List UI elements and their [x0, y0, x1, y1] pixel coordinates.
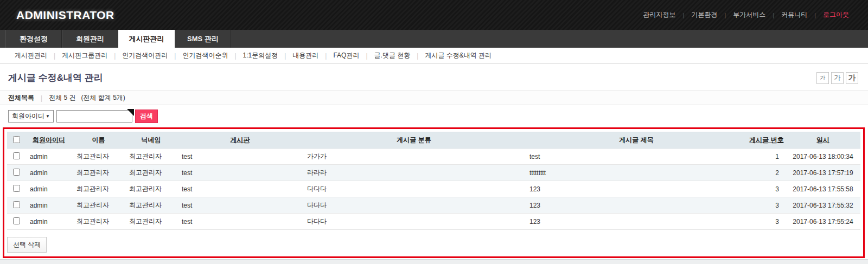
cell-nickname: 최고관리자 — [125, 165, 177, 181]
cell-post-number: 3 — [748, 181, 786, 197]
search-field-select[interactable]: 회원아이디 ▼ — [8, 110, 54, 123]
top-link-basic-env[interactable]: 기본환경 — [684, 10, 724, 20]
delete-selected-button[interactable]: 선택 삭제 — [7, 237, 47, 253]
select-all-checkbox[interactable] — [13, 136, 20, 143]
row-checkbox[interactable] — [13, 185, 20, 192]
header-nickname: 닉네임 — [125, 132, 177, 149]
row-checkbox[interactable] — [13, 201, 20, 208]
header-post-number[interactable]: 게시글 번호 — [748, 132, 786, 149]
top-link-addon-service[interactable]: 부가서비스 — [726, 10, 773, 20]
page-title: 게시글 수정&내역 관리 — [8, 72, 103, 84]
tab-sms-mgmt[interactable]: SMS 관리 — [175, 30, 231, 48]
top-link-admin-info[interactable]: 관리자정보 — [636, 10, 683, 20]
cell-board: test — [177, 197, 303, 214]
summary-count: 전체 5 건 — [49, 93, 75, 102]
top-links: 관리자정보 | 기본환경 | 부가서비스 | 커뮤니티 | 로그아웃 — [636, 10, 856, 20]
tab-env-settings[interactable]: 환경설정 — [5, 30, 62, 48]
cell-name: 최고관리자 — [72, 149, 125, 165]
submenu-popular-keyword-mgmt[interactable]: 인기검색어관리 — [116, 51, 174, 60]
cell-board: test — [177, 165, 303, 181]
submenu-post-comment-status[interactable]: 글.댓글 현황 — [368, 51, 417, 60]
search-input-wrap — [56, 110, 132, 123]
cell-post-title: 123 — [525, 214, 748, 230]
header-datetime[interactable]: 일시 — [786, 132, 860, 149]
top-link-community[interactable]: 커뮤니티 — [774, 10, 814, 20]
cell-post-category: 다다다 — [303, 214, 525, 230]
cell-datetime: 2017-06-13 17:57:19 — [786, 165, 860, 181]
chevron-down-icon: ▼ — [46, 114, 50, 119]
submenu-post-edit-history-mgmt[interactable]: 게시글 수정&내역 관리 — [418, 51, 498, 60]
submenu-popular-keyword-rank[interactable]: 인기검색어순위 — [176, 51, 234, 60]
divider: | — [34, 94, 49, 102]
table-row: admin 최고관리자 최고관리자 test 다다다 123 3 2017-06… — [7, 181, 860, 197]
cell-name: 최고관리자 — [72, 165, 125, 181]
table-header-row: 회원아이디 이름 닉네임 게시판 게시글 분류 게시글 제목 게시글 번호 일시 — [7, 132, 860, 149]
search-field-select-value: 회원아이디 — [12, 112, 44, 121]
font-size-medium-button[interactable]: 가 — [831, 72, 844, 84]
tab-member-mgmt[interactable]: 회원관리 — [62, 30, 118, 48]
cell-post-number: 1 — [748, 149, 786, 165]
search-button[interactable]: 검색 — [135, 110, 158, 123]
header-post-category: 게시글 분류 — [303, 132, 525, 149]
row-checkbox[interactable] — [13, 152, 20, 159]
font-size-large-button[interactable]: 가 — [846, 72, 858, 84]
submenu-board-group-mgmt[interactable]: 게시판그룹관리 — [55, 51, 114, 60]
table-row: admin 최고관리자 최고관리자 test 라라라 ttttttttt 2 2… — [7, 165, 860, 181]
posts-table: 회원아이디 이름 닉네임 게시판 게시글 분류 게시글 제목 게시글 번호 일시… — [7, 132, 860, 230]
footer-strip — [0, 259, 868, 264]
cell-post-title: 123 — [525, 197, 748, 214]
cell-member-id: admin — [25, 181, 72, 197]
cell-datetime: 2017-06-13 17:55:32 — [786, 197, 860, 214]
cell-member-id: admin — [25, 197, 72, 214]
cell-name: 최고관리자 — [72, 197, 125, 214]
submenu-inquiry-settings[interactable]: 1:1문의설정 — [237, 51, 285, 60]
sub-menu: 게시판관리 | 게시판그룹관리 | 인기검색어관리 | 인기검색어순위 | 1:… — [0, 48, 868, 64]
tab-board-mgmt[interactable]: 게시판관리 — [118, 30, 175, 48]
submenu-board-mgmt[interactable]: 게시판관리 — [8, 51, 54, 60]
header-name: 이름 — [72, 132, 125, 149]
table-row: admin 최고관리자 최고관리자 test 다다다 123 3 2017-06… — [7, 214, 860, 230]
top-link-logout[interactable]: 로그아웃 — [816, 10, 856, 20]
header-member-id[interactable]: 회원아이디 — [25, 132, 72, 149]
summary-label: 전체목록 — [8, 93, 34, 102]
cell-post-category: 가가가 — [303, 149, 525, 165]
submenu-faq-mgmt[interactable]: FAQ관리 — [327, 51, 366, 60]
cell-post-title: test — [525, 149, 748, 165]
font-size-small-button[interactable]: 가 — [816, 72, 829, 84]
cell-datetime: 2017-06-13 17:55:58 — [786, 181, 860, 197]
row-checkbox[interactable] — [13, 169, 20, 176]
cell-member-id: admin — [25, 149, 72, 165]
search-row: 회원아이디 ▼ 검색 — [0, 105, 868, 126]
cell-nickname: 최고관리자 — [125, 197, 177, 214]
cell-post-title: ttttttttt — [525, 165, 748, 181]
cell-post-title: 123 — [525, 181, 748, 197]
main-tab-bar: 환경설정 회원관리 게시판관리 SMS 관리 — [0, 30, 868, 48]
select-all-cell — [7, 132, 25, 149]
cell-board: test — [177, 214, 303, 230]
title-row: 게시글 수정&내역 관리 가 가 가 — [0, 64, 868, 91]
cell-datetime: 2017-06-13 18:00:34 — [786, 149, 860, 165]
cell-post-category: 다다다 — [303, 181, 525, 197]
cell-post-category: 라라라 — [303, 165, 525, 181]
table-row: admin 최고관리자 최고관리자 test 가가가 test 1 2017-0… — [7, 149, 860, 165]
summary-total: (전체 합계 5개) — [81, 93, 125, 102]
submenu-content-mgmt[interactable]: 내용관리 — [286, 51, 325, 60]
cell-nickname: 최고관리자 — [125, 181, 177, 197]
cell-nickname: 최고관리자 — [125, 214, 177, 230]
cell-member-id: admin — [25, 214, 72, 230]
top-bar: ADMINISTRATOR 관리자정보 | 기본환경 | 부가서비스 | 커뮤니… — [0, 0, 868, 30]
header-board[interactable]: 게시판 — [177, 132, 303, 149]
cell-board: test — [177, 149, 303, 165]
row-checkbox[interactable] — [13, 217, 20, 224]
cell-name: 최고관리자 — [72, 214, 125, 230]
header-post-title: 게시글 제목 — [525, 132, 748, 149]
table-row: admin 최고관리자 최고관리자 test 다다다 123 3 2017-06… — [7, 197, 860, 214]
cell-post-number: 3 — [748, 214, 786, 230]
cell-post-number: 2 — [748, 165, 786, 181]
cell-member-id: admin — [25, 165, 72, 181]
summary-strip: 전체목록 | 전체 5 건 (전체 합계 5개) — [0, 91, 868, 105]
font-size-buttons: 가 가 가 — [816, 72, 858, 84]
cell-board: test — [177, 181, 303, 197]
brand-logo: ADMINISTRATOR — [16, 9, 114, 22]
search-input[interactable] — [56, 110, 132, 123]
